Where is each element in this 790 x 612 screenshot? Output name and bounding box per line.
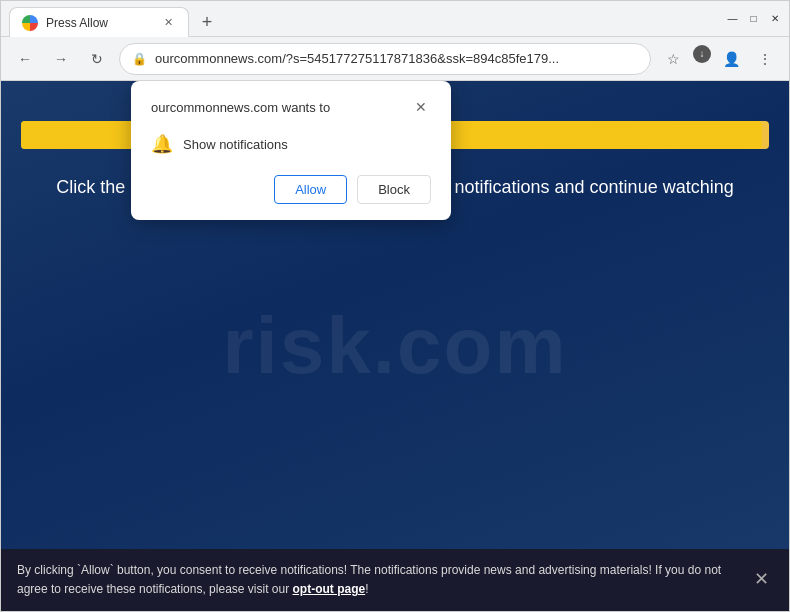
tab-close-btn[interactable]: ✕ [160, 15, 176, 31]
block-button[interactable]: Block [357, 175, 431, 204]
notification-dialog: ourcommonnews.com wants to ✕ 🔔 Show noti… [131, 81, 451, 220]
tab-favicon [22, 15, 38, 31]
back-button[interactable]: ← [11, 45, 39, 73]
bookmark-button[interactable]: ☆ [659, 45, 687, 73]
new-tab-button[interactable]: + [193, 8, 221, 36]
menu-button[interactable]: ⋮ [751, 45, 779, 73]
notification-row-label: Show notifications [183, 137, 288, 152]
dialog-title: ourcommonnews.com wants to [151, 100, 330, 115]
lock-icon: 🔒 [132, 52, 147, 66]
download-button[interactable]: ↓ [693, 45, 711, 63]
dialog-buttons: Allow Block [151, 175, 431, 204]
close-button[interactable]: ✕ [768, 12, 781, 25]
maximize-button[interactable]: □ [747, 12, 760, 25]
forward-button[interactable]: → [47, 45, 75, 73]
tab-area: Press Allow ✕ + [9, 1, 712, 36]
tab-title: Press Allow [46, 16, 152, 30]
bell-icon: 🔔 [151, 133, 173, 155]
watermark-text: risk.com [222, 300, 567, 392]
address-bar[interactable]: 🔒 ourcommonnews.com/?s=54517727511787183… [119, 43, 651, 75]
allow-button[interactable]: Allow [274, 175, 347, 204]
browser-toolbar: ← → ↻ 🔒 ourcommonnews.com/?s=54517727511… [1, 37, 789, 81]
window-controls: — □ ✕ [726, 12, 781, 25]
profile-button[interactable]: 👤 [717, 45, 745, 73]
browser-tab[interactable]: Press Allow ✕ [9, 7, 189, 37]
address-text: ourcommonnews.com/?s=545177275117871836&… [155, 51, 638, 66]
title-bar: Press Allow ✕ + — □ ✕ [1, 1, 789, 37]
browser-window: Press Allow ✕ + — □ ✕ ← → ↻ 🔒 ourcommonn… [0, 0, 790, 612]
cta-text-before: Click the « [56, 177, 140, 197]
content-area: risk.com ourcommonnews.com wants to ✕ 🔔 … [1, 81, 789, 611]
banner-text: By clicking `Allow` button, you consent … [17, 563, 721, 596]
opt-out-link[interactable]: opt-out page [292, 582, 365, 596]
dialog-header: ourcommonnews.com wants to ✕ [151, 97, 431, 117]
banner-text-end: ! [365, 582, 368, 596]
dialog-close-button[interactable]: ✕ [411, 97, 431, 117]
bottom-banner: By clicking `Allow` button, you consent … [1, 549, 789, 611]
reload-button[interactable]: ↻ [83, 45, 111, 73]
minimize-button[interactable]: — [726, 12, 739, 25]
banner-close-button[interactable]: ✕ [749, 568, 773, 592]
toolbar-icons: ☆ ↓ 👤 ⋮ [659, 45, 779, 73]
dialog-notification-row: 🔔 Show notifications [151, 129, 431, 159]
